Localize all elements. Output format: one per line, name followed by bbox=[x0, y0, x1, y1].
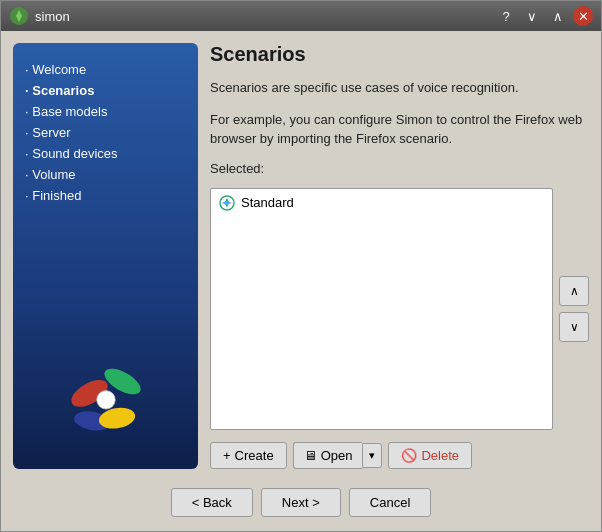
delete-icon: 🚫 bbox=[401, 448, 417, 463]
cancel-button[interactable]: Cancel bbox=[349, 488, 431, 517]
content-area: · Welcome · Scenarios · Base models · Se… bbox=[1, 31, 601, 481]
open-dropdown-button[interactable]: ▾ bbox=[362, 443, 382, 468]
scenario-item-standard[interactable]: Standard bbox=[215, 193, 548, 213]
sidebar-nav: · Welcome · Scenarios · Base models · Se… bbox=[25, 59, 186, 206]
propeller-logo bbox=[51, 343, 161, 453]
open-button-group: 🖥 Open ▾ bbox=[293, 442, 383, 469]
titlebar: simon ? ∨ ∧ ✕ bbox=[1, 1, 601, 31]
open-label: Open bbox=[321, 448, 353, 463]
move-down-button[interactable]: ∨ bbox=[559, 312, 589, 342]
window-title: simon bbox=[35, 9, 70, 24]
down-arrow-icon: ∨ bbox=[570, 320, 579, 334]
help-button[interactable]: ? bbox=[495, 6, 517, 26]
sidebar-item-server[interactable]: · Server bbox=[25, 122, 186, 143]
up-arrow-icon: ∧ bbox=[570, 284, 579, 298]
create-button[interactable]: + Create bbox=[210, 442, 287, 469]
main-panel: Scenarios Scenarios are specific use cas… bbox=[210, 43, 589, 469]
selected-label: Selected: bbox=[210, 161, 589, 176]
arrows-column: ∧ ∨ bbox=[559, 188, 589, 431]
open-icon: 🖥 bbox=[304, 448, 317, 463]
list-container: Standard ∧ ∨ bbox=[210, 188, 589, 431]
dropdown-button[interactable]: ∨ bbox=[521, 6, 543, 26]
next-button[interactable]: Next > bbox=[261, 488, 341, 517]
open-chevron-icon: ▾ bbox=[369, 449, 375, 461]
create-icon: + bbox=[223, 448, 231, 463]
minimize-button[interactable]: ∧ bbox=[547, 6, 569, 26]
back-button[interactable]: < Back bbox=[171, 488, 253, 517]
move-up-button[interactable]: ∧ bbox=[559, 276, 589, 306]
open-button[interactable]: 🖥 Open bbox=[293, 442, 363, 469]
sidebar-item-base-models[interactable]: · Base models bbox=[25, 101, 186, 122]
scenario-list[interactable]: Standard bbox=[210, 188, 553, 431]
scenario-icon bbox=[219, 195, 235, 211]
svg-marker-9 bbox=[222, 201, 232, 205]
page-title: Scenarios bbox=[210, 43, 589, 66]
sidebar-item-sound-devices[interactable]: · Sound devices bbox=[25, 143, 186, 164]
create-label: Create bbox=[235, 448, 274, 463]
description-1: Scenarios are specific use cases of voic… bbox=[210, 78, 589, 98]
footer: < Back Next > Cancel bbox=[1, 481, 601, 531]
description-2: For example, you can configure Simon to … bbox=[210, 110, 589, 149]
scenario-name: Standard bbox=[241, 195, 294, 210]
close-button[interactable]: ✕ bbox=[573, 6, 593, 26]
sidebar-item-volume[interactable]: · Volume bbox=[25, 164, 186, 185]
sidebar-logo bbox=[25, 343, 186, 453]
delete-button[interactable]: 🚫 Delete bbox=[388, 442, 472, 469]
sidebar-item-welcome[interactable]: · Welcome bbox=[25, 59, 186, 80]
titlebar-left: simon bbox=[9, 6, 70, 26]
svg-point-6 bbox=[96, 391, 114, 409]
delete-label: Delete bbox=[421, 448, 459, 463]
action-buttons: + Create 🖥 Open ▾ 🚫 Delete bbox=[210, 442, 589, 469]
app-icon bbox=[9, 6, 29, 26]
sidebar-item-scenarios[interactable]: · Scenarios bbox=[25, 80, 186, 101]
sidebar: · Welcome · Scenarios · Base models · Se… bbox=[13, 43, 198, 469]
titlebar-controls: ? ∨ ∧ ✕ bbox=[495, 6, 593, 26]
wizard-window: simon ? ∨ ∧ ✕ · Welcome · Scenarios · Ba… bbox=[0, 0, 602, 532]
sidebar-item-finished[interactable]: · Finished bbox=[25, 185, 186, 206]
